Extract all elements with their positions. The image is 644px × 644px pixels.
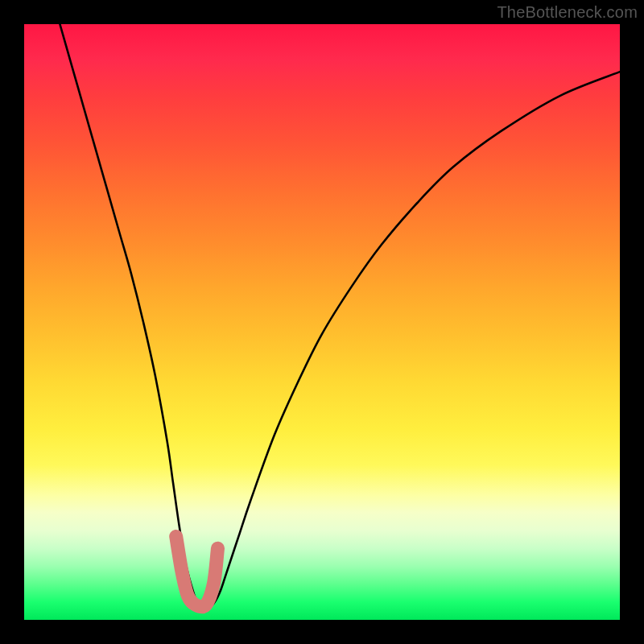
plot-area (24, 24, 620, 620)
highlight-marker (24, 24, 620, 620)
chart-frame: TheBottleneck.com (0, 0, 644, 644)
watermark-text: TheBottleneck.com (497, 3, 638, 22)
